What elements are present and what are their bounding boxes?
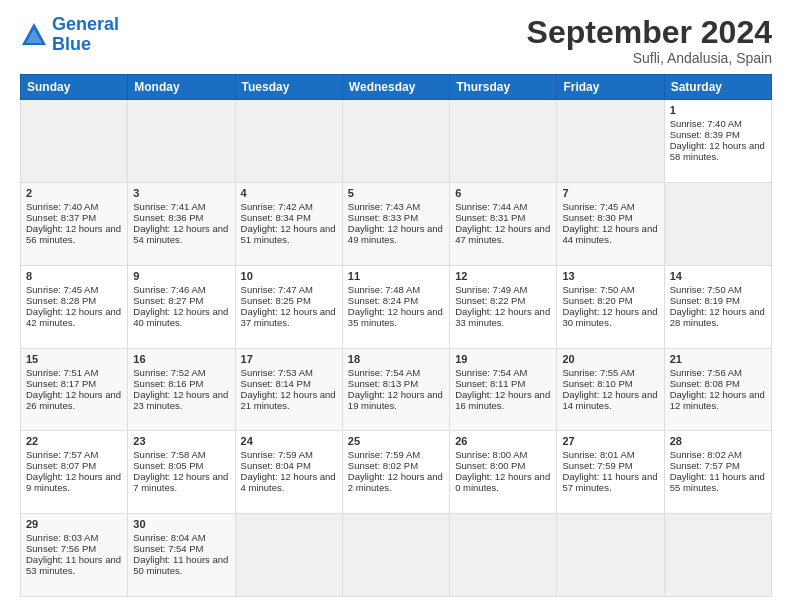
calendar-cell: 15Sunrise: 7:51 AMSunset: 8:17 PMDayligh…	[21, 348, 128, 431]
weekday-header: Sunday	[21, 75, 128, 100]
header: General Blue September 2024 Sufli, Andal…	[20, 15, 772, 66]
calendar-cell: 4Sunrise: 7:42 AMSunset: 8:34 PMDaylight…	[235, 182, 342, 265]
empty-cell	[450, 100, 557, 183]
daylight: Daylight: 12 hours and 2 minutes.	[348, 471, 443, 493]
sunrise: Sunrise: 7:59 AM	[241, 449, 313, 460]
sunset: Sunset: 7:57 PM	[670, 460, 740, 471]
sunset: Sunset: 8:05 PM	[133, 460, 203, 471]
day-number: 28	[670, 435, 766, 447]
weekday-header: Friday	[557, 75, 664, 100]
sunset: Sunset: 8:39 PM	[670, 129, 740, 140]
sunrise: Sunrise: 8:04 AM	[133, 532, 205, 543]
calendar-cell: 7Sunrise: 7:45 AMSunset: 8:30 PMDaylight…	[557, 182, 664, 265]
calendar-cell: 20Sunrise: 7:55 AMSunset: 8:10 PMDayligh…	[557, 348, 664, 431]
calendar-cell: 11Sunrise: 7:48 AMSunset: 8:24 PMDayligh…	[342, 265, 449, 348]
day-number: 9	[133, 270, 229, 282]
day-number: 16	[133, 353, 229, 365]
calendar-cell: 2Sunrise: 7:40 AMSunset: 8:37 PMDaylight…	[21, 182, 128, 265]
empty-cell	[450, 514, 557, 597]
sunset: Sunset: 8:28 PM	[26, 295, 96, 306]
day-number: 13	[562, 270, 658, 282]
calendar-cell: 28Sunrise: 8:02 AMSunset: 7:57 PMDayligh…	[664, 431, 771, 514]
calendar-cell: 13Sunrise: 7:50 AMSunset: 8:20 PMDayligh…	[557, 265, 664, 348]
daylight: Daylight: 12 hours and 9 minutes.	[26, 471, 121, 493]
day-number: 6	[455, 187, 551, 199]
sunrise: Sunrise: 7:58 AM	[133, 449, 205, 460]
daylight: Daylight: 12 hours and 4 minutes.	[241, 471, 336, 493]
day-number: 18	[348, 353, 444, 365]
calendar-cell: 19Sunrise: 7:54 AMSunset: 8:11 PMDayligh…	[450, 348, 557, 431]
day-number: 10	[241, 270, 337, 282]
sunset: Sunset: 8:30 PM	[562, 212, 632, 223]
calendar-cell: 14Sunrise: 7:50 AMSunset: 8:19 PMDayligh…	[664, 265, 771, 348]
sunrise: Sunrise: 7:51 AM	[26, 367, 98, 378]
daylight: Daylight: 12 hours and 21 minutes.	[241, 389, 336, 411]
sunrise: Sunrise: 7:57 AM	[26, 449, 98, 460]
sunset: Sunset: 8:02 PM	[348, 460, 418, 471]
sunset: Sunset: 8:19 PM	[670, 295, 740, 306]
sunset: Sunset: 8:14 PM	[241, 378, 311, 389]
daylight: Daylight: 12 hours and 54 minutes.	[133, 223, 228, 245]
sunset: Sunset: 8:13 PM	[348, 378, 418, 389]
daylight: Daylight: 12 hours and 47 minutes.	[455, 223, 550, 245]
day-number: 14	[670, 270, 766, 282]
day-number: 15	[26, 353, 122, 365]
sunrise: Sunrise: 7:54 AM	[455, 367, 527, 378]
daylight: Daylight: 12 hours and 56 minutes.	[26, 223, 121, 245]
sunrise: Sunrise: 7:53 AM	[241, 367, 313, 378]
sunrise: Sunrise: 7:54 AM	[348, 367, 420, 378]
logo-text: General Blue	[52, 15, 119, 55]
day-number: 7	[562, 187, 658, 199]
daylight: Daylight: 12 hours and 14 minutes.	[562, 389, 657, 411]
page: General Blue September 2024 Sufli, Andal…	[0, 0, 792, 612]
sunrise: Sunrise: 7:50 AM	[562, 284, 634, 295]
empty-cell	[664, 182, 771, 265]
day-number: 23	[133, 435, 229, 447]
logo-line1: General	[52, 14, 119, 34]
sunset: Sunset: 8:31 PM	[455, 212, 525, 223]
daylight: Daylight: 12 hours and 40 minutes.	[133, 306, 228, 328]
sunrise: Sunrise: 7:52 AM	[133, 367, 205, 378]
sunset: Sunset: 8:34 PM	[241, 212, 311, 223]
day-number: 25	[348, 435, 444, 447]
daylight: Daylight: 12 hours and 33 minutes.	[455, 306, 550, 328]
calendar-cell: 22Sunrise: 7:57 AMSunset: 8:07 PMDayligh…	[21, 431, 128, 514]
sunset: Sunset: 8:08 PM	[670, 378, 740, 389]
sunrise: Sunrise: 8:00 AM	[455, 449, 527, 460]
weekday-header: Wednesday	[342, 75, 449, 100]
daylight: Daylight: 12 hours and 35 minutes.	[348, 306, 443, 328]
calendar-cell: 24Sunrise: 7:59 AMSunset: 8:04 PMDayligh…	[235, 431, 342, 514]
empty-cell	[21, 100, 128, 183]
empty-cell	[235, 514, 342, 597]
day-number: 11	[348, 270, 444, 282]
weekday-header: Monday	[128, 75, 235, 100]
calendar-cell: 29Sunrise: 8:03 AMSunset: 7:56 PMDayligh…	[21, 514, 128, 597]
title-block: September 2024 Sufli, Andalusia, Spain	[527, 15, 772, 66]
sunset: Sunset: 8:16 PM	[133, 378, 203, 389]
sunset: Sunset: 8:07 PM	[26, 460, 96, 471]
day-number: 8	[26, 270, 122, 282]
day-number: 24	[241, 435, 337, 447]
calendar-table: SundayMondayTuesdayWednesdayThursdayFrid…	[20, 74, 772, 597]
calendar-cell: 30Sunrise: 8:04 AMSunset: 7:54 PMDayligh…	[128, 514, 235, 597]
daylight: Daylight: 12 hours and 49 minutes.	[348, 223, 443, 245]
sunset: Sunset: 8:33 PM	[348, 212, 418, 223]
sunrise: Sunrise: 7:47 AM	[241, 284, 313, 295]
subtitle: Sufli, Andalusia, Spain	[527, 50, 772, 66]
calendar-cell: 8Sunrise: 7:45 AMSunset: 8:28 PMDaylight…	[21, 265, 128, 348]
sunset: Sunset: 7:56 PM	[26, 543, 96, 554]
day-number: 26	[455, 435, 551, 447]
day-number: 20	[562, 353, 658, 365]
day-number: 3	[133, 187, 229, 199]
weekday-header: Saturday	[664, 75, 771, 100]
day-number: 22	[26, 435, 122, 447]
calendar-cell: 6Sunrise: 7:44 AMSunset: 8:31 PMDaylight…	[450, 182, 557, 265]
calendar-cell: 10Sunrise: 7:47 AMSunset: 8:25 PMDayligh…	[235, 265, 342, 348]
sunrise: Sunrise: 7:48 AM	[348, 284, 420, 295]
day-number: 12	[455, 270, 551, 282]
empty-cell	[342, 514, 449, 597]
sunrise: Sunrise: 7:44 AM	[455, 201, 527, 212]
sunset: Sunset: 8:37 PM	[26, 212, 96, 223]
empty-cell	[557, 100, 664, 183]
empty-cell	[664, 514, 771, 597]
